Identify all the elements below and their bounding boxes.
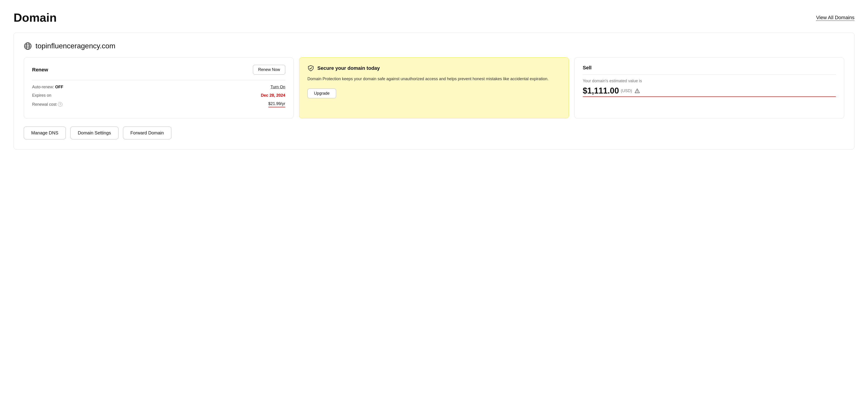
turn-on-link[interactable]: Turn On: [271, 85, 285, 90]
sell-estimated-label: Your domain's estimated value is: [583, 78, 836, 83]
renewal-cost-row: Renewal cost ? $21.99/yr: [32, 101, 285, 107]
secure-title: Secure your domain today: [317, 65, 380, 71]
bottom-buttons: Manage DNS Domain Settings Forward Domai…: [24, 127, 844, 139]
sell-dollar-value: $1,111.00: [583, 86, 619, 95]
svg-point-6: [637, 92, 638, 92]
domain-container: topinfluenceragency.com Renew Renew Now …: [13, 33, 855, 150]
view-all-domains-link[interactable]: View All Domains: [816, 15, 855, 21]
sell-value-container: $1,111.00 (USD): [583, 86, 836, 97]
expires-label: Expires on: [32, 93, 51, 98]
auto-renew-label: Auto-renew: OFF: [32, 85, 63, 90]
manage-dns-button[interactable]: Manage DNS: [24, 127, 66, 139]
sell-currency: (USD): [621, 89, 632, 93]
secure-card: Secure your domain today Domain Protecti…: [299, 57, 569, 118]
page-title: Domain: [13, 11, 57, 24]
sell-card: Sell Your domain's estimated value is $1…: [575, 57, 844, 118]
secure-header: Secure your domain today: [307, 65, 561, 72]
warning-icon: [635, 88, 640, 93]
help-icon[interactable]: ?: [58, 102, 62, 107]
renewal-cost-value-wrapper: $21.99/yr: [268, 101, 285, 107]
renew-card-header: Renew Renew Now: [32, 65, 285, 74]
globe-icon: [24, 42, 32, 50]
sell-value: $1,111.00: [583, 86, 619, 96]
renewal-cost-label: Renewal cost ?: [32, 102, 62, 107]
renew-label: Renew: [32, 67, 48, 73]
cards-row: Renew Renew Now Auto-renew: OFF Turn On …: [24, 57, 844, 118]
domain-settings-button[interactable]: Domain Settings: [70, 127, 119, 139]
forward-domain-button[interactable]: Forward Domain: [123, 127, 171, 139]
renew-divider: [32, 80, 285, 80]
renew-now-button[interactable]: Renew Now: [253, 65, 285, 74]
expires-row: Expires on Dec 28, 2024: [32, 93, 285, 98]
auto-renew-row: Auto-renew: OFF Turn On: [32, 85, 285, 90]
shield-icon: [307, 65, 314, 72]
auto-renew-status: OFF: [55, 85, 63, 89]
secure-desc: Domain Protection keeps your domain safe…: [307, 76, 561, 82]
renew-card: Renew Renew Now Auto-renew: OFF Turn On …: [24, 57, 293, 118]
sell-value-row: $1,111.00 (USD): [583, 86, 836, 96]
upgrade-button[interactable]: Upgrade: [307, 89, 336, 98]
page-header: Domain View All Domains: [13, 11, 855, 24]
renewal-cost-value: $21.99/yr: [268, 101, 285, 106]
sell-label: Sell: [583, 65, 836, 71]
renewal-cost-underline: [268, 107, 285, 107]
domain-name: topinfluenceragency.com: [35, 42, 115, 50]
sell-underline: [583, 96, 836, 97]
domain-name-row: topinfluenceragency.com: [24, 42, 844, 50]
expires-value: Dec 28, 2024: [261, 93, 285, 98]
